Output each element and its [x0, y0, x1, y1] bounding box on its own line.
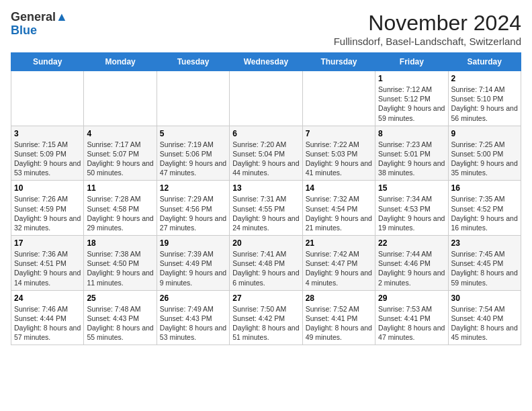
day-number: 22 — [378, 238, 445, 248]
calendar-cell — [11, 71, 84, 126]
col-saturday: Saturday — [448, 53, 521, 71]
day-info: Sunrise: 7:23 AM Sunset: 5:01 PM Dayligh… — [378, 140, 445, 178]
calendar-cell: 4Sunrise: 7:17 AM Sunset: 5:07 PM Daylig… — [84, 126, 157, 181]
day-number: 20 — [232, 238, 299, 248]
month-year-title: November 2024 — [334, 11, 521, 36]
calendar-cell: 13Sunrise: 7:31 AM Sunset: 4:55 PM Dayli… — [230, 181, 302, 236]
day-info: Sunrise: 7:17 AM Sunset: 5:07 PM Dayligh… — [87, 140, 153, 178]
day-number: 17 — [14, 238, 81, 248]
day-info: Sunrise: 7:25 AM Sunset: 5:00 PM Dayligh… — [451, 140, 518, 178]
calendar-cell: 27Sunrise: 7:50 AM Sunset: 4:42 PM Dayli… — [230, 290, 302, 345]
day-info: Sunrise: 7:31 AM Sunset: 4:55 PM Dayligh… — [232, 194, 299, 232]
calendar-cell — [302, 71, 375, 126]
logo-general: General▲ — [11, 11, 68, 24]
day-info: Sunrise: 7:54 AM Sunset: 4:40 PM Dayligh… — [451, 304, 518, 342]
day-info: Sunrise: 7:42 AM Sunset: 4:47 PM Dayligh… — [306, 249, 372, 287]
calendar-cell — [84, 71, 157, 126]
day-number: 15 — [378, 183, 445, 193]
day-info: Sunrise: 7:29 AM Sunset: 4:56 PM Dayligh… — [160, 194, 226, 232]
day-number: 6 — [232, 129, 299, 138]
calendar-cell: 5Sunrise: 7:19 AM Sunset: 5:06 PM Daylig… — [157, 126, 229, 181]
col-tuesday: Tuesday — [157, 53, 229, 71]
day-number: 12 — [160, 183, 226, 193]
day-number: 1 — [378, 74, 445, 83]
day-info: Sunrise: 7:49 AM Sunset: 4:43 PM Dayligh… — [160, 304, 226, 342]
calendar-cell: 23Sunrise: 7:45 AM Sunset: 4:45 PM Dayli… — [448, 236, 521, 291]
calendar-cell — [157, 71, 229, 126]
calendar-week-4: 17Sunrise: 7:36 AM Sunset: 4:51 PM Dayli… — [11, 236, 521, 291]
day-info: Sunrise: 7:44 AM Sunset: 4:46 PM Dayligh… — [378, 249, 445, 287]
day-number: 29 — [378, 293, 445, 303]
day-info: Sunrise: 7:38 AM Sunset: 4:50 PM Dayligh… — [87, 249, 153, 287]
calendar-cell: 21Sunrise: 7:42 AM Sunset: 4:47 PM Dayli… — [302, 236, 375, 291]
calendar-cell: 9Sunrise: 7:25 AM Sunset: 5:00 PM Daylig… — [448, 126, 521, 181]
day-number: 4 — [87, 129, 153, 138]
day-number: 3 — [14, 129, 81, 138]
day-number: 23 — [451, 238, 518, 248]
day-info: Sunrise: 7:41 AM Sunset: 4:48 PM Dayligh… — [232, 249, 299, 287]
day-number: 2 — [451, 74, 518, 83]
calendar-cell: 8Sunrise: 7:23 AM Sunset: 5:01 PM Daylig… — [375, 126, 448, 181]
calendar-cell: 3Sunrise: 7:15 AM Sunset: 5:09 PM Daylig… — [11, 126, 84, 181]
logo-blue: Blue — [11, 24, 37, 38]
col-monday: Monday — [84, 53, 157, 71]
title-block: November 2024 Fullinsdorf, Basel-Landsch… — [334, 11, 521, 47]
calendar-cell: 19Sunrise: 7:39 AM Sunset: 4:49 PM Dayli… — [157, 236, 229, 291]
location-subtitle: Fullinsdorf, Basel-Landschaft, Switzerla… — [334, 36, 521, 47]
calendar-cell: 6Sunrise: 7:20 AM Sunset: 5:04 PM Daylig… — [230, 126, 302, 181]
page-header: General▲ Blue November 2024 Fullinsdorf,… — [11, 11, 521, 47]
calendar-cell: 7Sunrise: 7:22 AM Sunset: 5:03 PM Daylig… — [302, 126, 375, 181]
calendar-cell: 26Sunrise: 7:49 AM Sunset: 4:43 PM Dayli… — [157, 290, 229, 345]
calendar-cell: 2Sunrise: 7:14 AM Sunset: 5:10 PM Daylig… — [448, 71, 521, 126]
day-number: 21 — [306, 238, 372, 248]
day-info: Sunrise: 7:19 AM Sunset: 5:06 PM Dayligh… — [160, 140, 226, 178]
day-info: Sunrise: 7:28 AM Sunset: 4:58 PM Dayligh… — [87, 194, 153, 232]
day-info: Sunrise: 7:14 AM Sunset: 5:10 PM Dayligh… — [451, 85, 518, 123]
day-info: Sunrise: 7:36 AM Sunset: 4:51 PM Dayligh… — [14, 249, 81, 287]
calendar-cell: 18Sunrise: 7:38 AM Sunset: 4:50 PM Dayli… — [84, 236, 157, 291]
day-info: Sunrise: 7:46 AM Sunset: 4:44 PM Dayligh… — [14, 304, 81, 342]
calendar-cell: 28Sunrise: 7:52 AM Sunset: 4:41 PM Dayli… — [302, 290, 375, 345]
calendar-cell: 1Sunrise: 7:12 AM Sunset: 5:12 PM Daylig… — [375, 71, 448, 126]
day-number: 10 — [14, 183, 81, 193]
calendar-week-3: 10Sunrise: 7:26 AM Sunset: 4:59 PM Dayli… — [11, 181, 521, 236]
col-thursday: Thursday — [302, 53, 375, 71]
calendar-week-5: 24Sunrise: 7:46 AM Sunset: 4:44 PM Dayli… — [11, 290, 521, 345]
day-info: Sunrise: 7:20 AM Sunset: 5:04 PM Dayligh… — [232, 140, 299, 178]
logo: General▲ Blue — [11, 11, 68, 38]
calendar-cell: 11Sunrise: 7:28 AM Sunset: 4:58 PM Dayli… — [84, 181, 157, 236]
day-number: 30 — [451, 293, 518, 303]
day-number: 24 — [14, 293, 81, 303]
day-info: Sunrise: 7:35 AM Sunset: 4:52 PM Dayligh… — [451, 194, 518, 232]
col-wednesday: Wednesday — [230, 53, 302, 71]
day-number: 19 — [160, 238, 226, 248]
calendar-table: Sunday Monday Tuesday Wednesday Thursday… — [11, 52, 521, 345]
calendar-cell: 22Sunrise: 7:44 AM Sunset: 4:46 PM Dayli… — [375, 236, 448, 291]
calendar-cell: 25Sunrise: 7:48 AM Sunset: 4:43 PM Dayli… — [84, 290, 157, 345]
day-number: 14 — [306, 183, 372, 193]
day-info: Sunrise: 7:39 AM Sunset: 4:49 PM Dayligh… — [160, 249, 226, 287]
day-number: 18 — [87, 238, 153, 248]
calendar-cell: 14Sunrise: 7:32 AM Sunset: 4:54 PM Dayli… — [302, 181, 375, 236]
day-number: 28 — [306, 293, 372, 303]
col-sunday: Sunday — [11, 53, 84, 71]
day-info: Sunrise: 7:22 AM Sunset: 5:03 PM Dayligh… — [306, 140, 372, 178]
day-info: Sunrise: 7:34 AM Sunset: 4:53 PM Dayligh… — [378, 194, 445, 232]
calendar-body: 1Sunrise: 7:12 AM Sunset: 5:12 PM Daylig… — [11, 71, 521, 345]
calendar-cell: 10Sunrise: 7:26 AM Sunset: 4:59 PM Dayli… — [11, 181, 84, 236]
calendar-cell: 30Sunrise: 7:54 AM Sunset: 4:40 PM Dayli… — [448, 290, 521, 345]
calendar-cell: 24Sunrise: 7:46 AM Sunset: 4:44 PM Dayli… — [11, 290, 84, 345]
calendar-week-2: 3Sunrise: 7:15 AM Sunset: 5:09 PM Daylig… — [11, 126, 521, 181]
day-info: Sunrise: 7:32 AM Sunset: 4:54 PM Dayligh… — [306, 194, 372, 232]
calendar-cell: 15Sunrise: 7:34 AM Sunset: 4:53 PM Dayli… — [375, 181, 448, 236]
col-friday: Friday — [375, 53, 448, 71]
day-info: Sunrise: 7:52 AM Sunset: 4:41 PM Dayligh… — [306, 304, 372, 342]
calendar-cell: 20Sunrise: 7:41 AM Sunset: 4:48 PM Dayli… — [230, 236, 302, 291]
day-info: Sunrise: 7:50 AM Sunset: 4:42 PM Dayligh… — [232, 304, 299, 342]
day-number: 13 — [232, 183, 299, 193]
calendar-cell: 29Sunrise: 7:53 AM Sunset: 4:41 PM Dayli… — [375, 290, 448, 345]
day-info: Sunrise: 7:12 AM Sunset: 5:12 PM Dayligh… — [378, 85, 445, 123]
day-number: 26 — [160, 293, 226, 303]
day-info: Sunrise: 7:53 AM Sunset: 4:41 PM Dayligh… — [378, 304, 445, 342]
header-row: Sunday Monday Tuesday Wednesday Thursday… — [11, 53, 521, 71]
